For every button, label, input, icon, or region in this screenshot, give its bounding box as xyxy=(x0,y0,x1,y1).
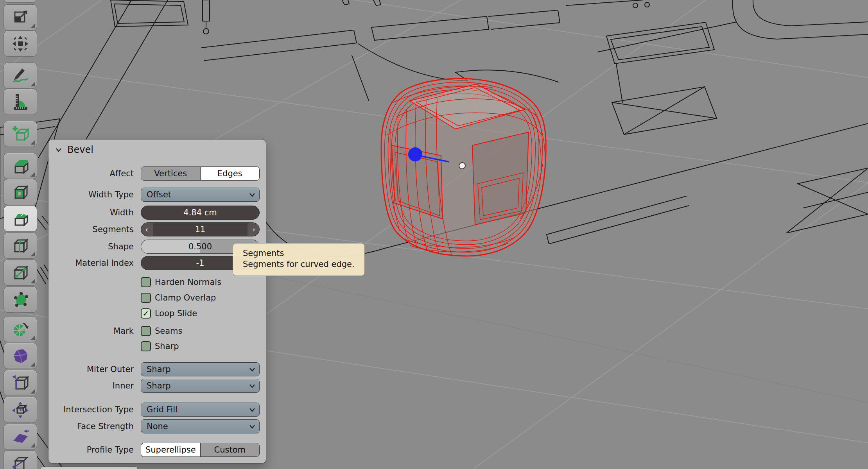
chevron-down-icon xyxy=(249,193,255,197)
toolbar-clipped-button[interactable] xyxy=(4,0,37,2)
extrude-region-icon xyxy=(11,157,29,175)
face-strength-value: None xyxy=(147,422,168,431)
miter-outer-label: Miter Outer xyxy=(48,362,134,376)
blender-3d-viewport: Bevel Affect Vertices Edges Width Type O… xyxy=(0,0,868,469)
clamp-overlap-checkbox[interactable] xyxy=(141,293,151,303)
miter-outer-value: Sharp xyxy=(147,365,170,374)
poly-build-icon xyxy=(11,291,29,309)
panel-title: Bevel xyxy=(67,144,93,155)
miter-inner-dropdown[interactable]: Sharp xyxy=(141,379,260,393)
loop-slide-checkbox[interactable]: ✓ xyxy=(141,308,151,319)
chevron-down-icon xyxy=(249,424,255,429)
profile-custom-option[interactable]: Custom xyxy=(200,443,260,456)
miter-inner-label: Inner xyxy=(48,379,134,393)
clamp-overlap-label: Clamp Overlap xyxy=(155,292,216,304)
tool-shrink-fatten[interactable] xyxy=(4,397,37,422)
width-type-dropdown[interactable]: Offset xyxy=(141,188,260,202)
add-cube-icon xyxy=(11,125,29,143)
profile-type-toggle: Superellipse Custom xyxy=(141,443,260,457)
affect-edges-option[interactable]: Edges xyxy=(200,167,260,180)
intersection-type-label: Intersection Type xyxy=(48,403,134,417)
harden-normals-checkbox[interactable] xyxy=(141,277,151,287)
loop-cut-icon xyxy=(11,237,29,255)
tool-bevel[interactable] xyxy=(4,206,37,231)
shrink-fatten-icon xyxy=(11,401,29,419)
bottom-clipped-panel xyxy=(41,467,138,469)
mark-seams-label: Seams xyxy=(155,326,183,337)
width-type-label: Width Type xyxy=(48,188,134,202)
tool-loop-cut[interactable] xyxy=(4,233,37,258)
width-field[interactable]: 4.84 cm xyxy=(141,206,260,220)
tool-poly-build[interactable] xyxy=(4,287,37,312)
transform-icon xyxy=(11,35,29,53)
affect-vertices-option[interactable]: Vertices xyxy=(141,167,200,180)
intersection-type-value: Grid Fill xyxy=(147,405,178,414)
segments-stepper[interactable]: ‹ 11 › xyxy=(141,222,260,236)
tool-transform[interactable] xyxy=(4,31,37,56)
segments-value: 11 xyxy=(195,225,206,234)
tool-spin[interactable] xyxy=(4,317,37,342)
tooltip-title: Segments xyxy=(243,248,364,259)
miter-inner-value: Sharp xyxy=(147,381,170,390)
bevel-operator-panel: Bevel Affect Vertices Edges Width Type O… xyxy=(48,140,266,463)
shape-value: 0.500 xyxy=(188,242,212,251)
tool-scale[interactable] xyxy=(4,5,37,30)
bevel-object[interactable] xyxy=(381,79,546,256)
smooth-icon xyxy=(11,347,29,365)
chevron-down-icon xyxy=(249,384,255,388)
edge-slide-icon xyxy=(11,374,29,392)
bevel-gizmo-handle[interactable] xyxy=(408,147,422,161)
face-strength-label: Face Strength xyxy=(48,419,134,433)
affect-toggle: Vertices Edges xyxy=(141,166,260,181)
tool-edge-slide[interactable] xyxy=(4,370,37,396)
bevel-icon xyxy=(11,210,29,228)
spin-icon xyxy=(11,320,29,338)
annotate-icon xyxy=(11,67,29,85)
mark-sharp-label: Sharp xyxy=(155,341,179,352)
decrement-arrow-icon[interactable]: ‹ xyxy=(145,223,148,236)
width-value: 4.84 cm xyxy=(183,208,217,217)
width-label: Width xyxy=(48,206,134,220)
inset-faces-icon xyxy=(11,183,29,201)
chevron-down-icon xyxy=(249,367,255,372)
tool-extrude-region[interactable] xyxy=(4,153,37,179)
tool-smooth[interactable] xyxy=(4,343,37,369)
increment-arrow-icon[interactable]: › xyxy=(252,223,255,236)
width-type-value: Offset xyxy=(147,190,171,199)
harden-normals-label: Harden Normals xyxy=(155,277,221,288)
tool-shear[interactable] xyxy=(4,424,37,449)
tool-rip-region[interactable] xyxy=(4,451,37,469)
face-strength-dropdown[interactable]: None xyxy=(141,419,260,433)
mark-label: Mark xyxy=(48,326,134,337)
checkmark-icon: ✓ xyxy=(143,309,149,318)
profile-superellipse-option[interactable]: Superellipse xyxy=(141,443,200,456)
object-origin-dot xyxy=(459,163,465,169)
knife-icon xyxy=(11,264,29,282)
scale-icon xyxy=(11,9,29,27)
mark-sharp-checkbox[interactable] xyxy=(141,341,151,351)
panel-header[interactable]: Bevel xyxy=(55,144,93,155)
tool-annotate[interactable] xyxy=(4,63,37,88)
shape-label: Shape xyxy=(48,240,134,254)
tool-knife[interactable] xyxy=(4,260,37,285)
material-index-value: -1 xyxy=(196,258,204,268)
miter-outer-dropdown[interactable]: Sharp xyxy=(141,362,260,376)
segments-label: Segments xyxy=(48,222,134,236)
profile-type-label: Profile Type xyxy=(48,443,134,457)
collapse-chevron-icon[interactable] xyxy=(55,146,63,154)
measure-icon xyxy=(11,93,29,111)
shear-icon xyxy=(11,428,29,446)
material-index-label: Material Index xyxy=(48,256,134,270)
segments-tooltip: Segments Segments for curved edge. xyxy=(233,243,365,276)
tooltip-description: Segments for curved edge. xyxy=(243,259,364,270)
rip-region-icon xyxy=(11,455,29,469)
tool-add-cube[interactable] xyxy=(4,121,37,147)
intersection-type-dropdown[interactable]: Grid Fill xyxy=(141,403,260,417)
affect-label: Affect xyxy=(48,166,134,181)
mark-seams-checkbox[interactable] xyxy=(141,326,151,336)
chevron-down-icon xyxy=(249,408,255,412)
tool-measure[interactable] xyxy=(4,89,37,115)
loop-slide-label: Loop Slide xyxy=(155,308,197,319)
tool-inset-faces[interactable] xyxy=(4,179,37,205)
